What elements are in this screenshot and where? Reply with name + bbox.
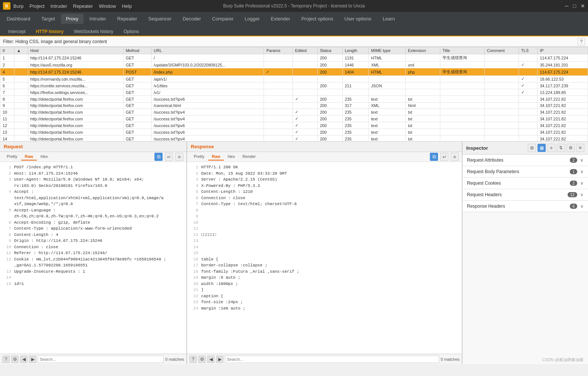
table-row[interactable]: 12http://detectportal.firefox.comGET/suc…: [0, 122, 588, 129]
menu-item-extender[interactable]: Extender: [266, 14, 295, 24]
col-status[interactable]: Status: [317, 47, 342, 54]
titlebar-menu-project[interactable]: Project: [29, 3, 44, 9]
response-search-input[interactable]: [225, 356, 439, 363]
inspector-sort-icon[interactable]: ⇅: [557, 144, 565, 152]
request-tab-raw[interactable]: Raw: [21, 153, 37, 161]
maximize-button[interactable]: □: [573, 3, 576, 9]
menu-item-proxy[interactable]: Proxy: [61, 14, 84, 24]
window-controls[interactable]: ─ □ ✕: [565, 3, 585, 9]
response-back-button[interactable]: ◀: [207, 356, 215, 363]
col-length[interactable]: Length: [342, 47, 369, 54]
inspector-section[interactable]: Request Body Parameters 1 ∨: [463, 166, 588, 178]
request-wrap-icon[interactable]: ↵: [165, 153, 173, 161]
menu-item-dashboard[interactable]: Dashboard: [1, 14, 36, 24]
inspector-section-header[interactable]: Request Cookies 2 ∨: [463, 178, 588, 189]
titlebar-menu-help[interactable]: Help: [122, 3, 132, 9]
titlebar-menu-window[interactable]: Window: [99, 3, 116, 9]
table-row[interactable]: 14http://detectportal.firefox.comGET/suc…: [0, 136, 588, 142]
menu-item-comparer[interactable]: Comparer: [207, 14, 239, 24]
filter-help-button[interactable]: ?: [578, 38, 585, 45]
inspector-section-header[interactable]: Request Headers 12 ∨: [463, 189, 588, 200]
col-params[interactable]: Params: [264, 47, 293, 54]
inspector-collapse-icon[interactable]: ∨: [580, 204, 584, 209]
response-forward-button[interactable]: ▶: [216, 356, 223, 363]
table-row[interactable]: 2https://aus5.mozilla.orgGET/update/3/GM…: [0, 62, 588, 68]
col-comment[interactable]: Comment: [484, 47, 519, 54]
request-search-input[interactable]: [38, 356, 164, 363]
subtab-websockets-history[interactable]: WebSockets history: [69, 27, 118, 36]
subtab-intercept[interactable]: Intercept: [3, 27, 31, 36]
response-menu-icon[interactable]: ≡: [451, 153, 459, 161]
subtab-options[interactable]: Options: [118, 27, 144, 36]
col-method[interactable]: Method: [123, 47, 151, 54]
menu-item-target[interactable]: Target: [36, 14, 60, 24]
inspector-section-header[interactable]: Response Headers 6 ∨: [463, 201, 588, 212]
col-tls[interactable]: TLS: [519, 47, 537, 54]
menu-item-decoder[interactable]: Decoder: [177, 14, 206, 24]
request-tab-hex[interactable]: Hex: [37, 153, 52, 161]
request-forward-button[interactable]: ▶: [29, 356, 36, 363]
inspector-close-icon[interactable]: ✕: [576, 144, 584, 152]
titlebar-menu-burp[interactable]: Burp: [13, 3, 23, 9]
menu-item-sequencer[interactable]: Sequencer: [143, 14, 177, 24]
menu-item-intruder[interactable]: Intruder: [84, 14, 111, 24]
table-row[interactable]: 10http://detectportal.firefox.comGET/suc…: [0, 109, 588, 116]
request-tab-pretty[interactable]: Pretty: [3, 153, 21, 161]
menu-item-project-options[interactable]: Project options: [296, 14, 339, 24]
inspector-section[interactable]: Request Headers 12 ∨: [463, 189, 588, 201]
response-help-button[interactable]: ?: [189, 356, 197, 363]
table-row[interactable]: 9http://detectportal.firefox.comGET/cano…: [0, 103, 588, 109]
col-edited[interactable]: Edited: [293, 47, 317, 54]
table-row[interactable]: 8http://detectportal.firefox.comGET/succ…: [0, 96, 588, 103]
menu-item-logger[interactable]: Logger: [239, 14, 265, 24]
titlebar-menu-repeater[interactable]: Repeater: [73, 3, 93, 9]
table-row[interactable]: 6https://contile.services.mozilla...GET/…: [0, 82, 588, 89]
table-row[interactable]: 5https://normandy.cdn.mozilla...GET/api/…: [0, 76, 588, 82]
col-ext[interactable]: Extension: [405, 47, 440, 54]
inspector-section[interactable]: Request Cookies 2 ∨: [463, 178, 588, 189]
inspector-detail-view-icon[interactable]: ▦: [538, 144, 546, 152]
table-row[interactable]: 13http://detectportal.firefox.comGET/suc…: [0, 129, 588, 136]
table-row[interactable]: 7https://firefox.settings.services...GET…: [0, 89, 588, 96]
titlebar-menu-intruder[interactable]: Intruder: [50, 3, 67, 9]
inspector-lines-icon[interactable]: ≡: [547, 144, 555, 152]
response-tab-hex[interactable]: Hex: [224, 153, 239, 161]
menu-item-learn[interactable]: Learn: [378, 14, 400, 24]
col-ip[interactable]: IP: [538, 47, 588, 54]
subtab-http-history[interactable]: HTTP history: [31, 27, 69, 36]
inspector-section-header[interactable]: Request Attributes 2 ∨: [463, 155, 588, 166]
col-title[interactable]: Title: [440, 47, 484, 54]
request-back-button[interactable]: ◀: [20, 356, 27, 363]
inspector-list-view-icon[interactable]: ⊞: [528, 144, 536, 152]
request-menu-icon[interactable]: ≡: [175, 153, 183, 161]
inspector-settings-icon[interactable]: ⚙: [566, 144, 575, 152]
inspector-section[interactable]: Request Attributes 2 ∨: [463, 155, 588, 166]
response-tab-raw[interactable]: Raw: [208, 153, 224, 161]
response-copy-icon[interactable]: ⧉: [430, 153, 438, 161]
response-settings-button[interactable]: ⚙: [198, 356, 206, 363]
table-row[interactable]: 11http://detectportal.firefox.comGET/suc…: [0, 116, 588, 122]
col-mime[interactable]: MIME type: [369, 47, 405, 54]
close-button[interactable]: ✕: [581, 3, 585, 9]
col-url[interactable]: URL: [151, 47, 264, 54]
response-tab-pretty[interactable]: Pretty: [190, 153, 208, 161]
col-host[interactable]: Host: [28, 47, 123, 54]
inspector-collapse-icon[interactable]: ∨: [580, 169, 584, 174]
menu-item-user-options[interactable]: User options: [339, 14, 377, 24]
inspector-collapse-icon[interactable]: ∨: [580, 192, 584, 197]
response-wrap-icon[interactable]: ↵: [440, 153, 448, 161]
response-tab-render[interactable]: Render: [239, 153, 259, 161]
inspector-section[interactable]: Response Headers 6 ∨: [463, 201, 588, 212]
col-num[interactable]: #: [0, 47, 14, 54]
menu-item-repeater[interactable]: Repeater: [112, 14, 142, 24]
col-flag[interactable]: ▲: [14, 47, 28, 54]
table-row[interactable]: 4http://114.67.175.224:15246POST/index.p…: [0, 68, 588, 76]
table-row[interactable]: 1http://114.67.175.224:15246GET/2001191H…: [0, 54, 588, 62]
inspector-collapse-icon[interactable]: ∨: [580, 181, 584, 186]
inspector-collapse-icon[interactable]: ∨: [580, 158, 584, 163]
inspector-section-header[interactable]: Request Body Parameters 1 ∨: [463, 166, 588, 177]
minimize-button[interactable]: ─: [565, 3, 569, 9]
request-copy-icon[interactable]: ⧉: [154, 153, 163, 161]
request-help-button[interactable]: ?: [2, 356, 10, 363]
request-settings-button[interactable]: ⚙: [11, 356, 19, 363]
